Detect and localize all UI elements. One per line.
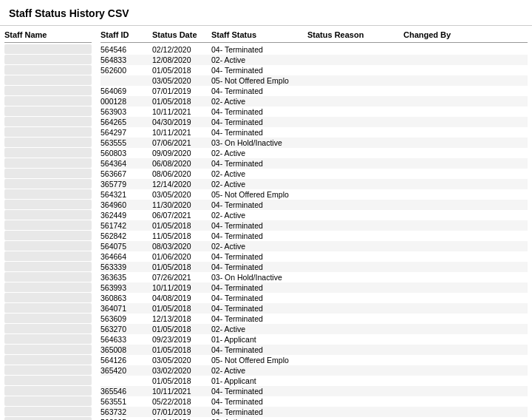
table-row: 56399310/11/201904- Terminated — [100, 282, 528, 293]
table-row: 56333901/05/201804- Terminated — [100, 262, 528, 272]
cell-changed_by — [403, 169, 492, 178]
staff-name-cell — [4, 376, 92, 385]
cell-status_date: 06/08/2020 — [152, 159, 211, 168]
cell-status_date: 03/05/2020 — [152, 190, 211, 199]
cell-status_reason — [307, 304, 403, 313]
cell-staff_status: 04- Terminated — [211, 221, 307, 230]
cell-status_reason — [307, 200, 403, 209]
cell-status_date: 01/05/2018 — [152, 221, 211, 230]
staff-name-header: Staff Name — [4, 29, 92, 43]
staff-name-cell — [4, 179, 92, 189]
cell-changed_by — [403, 200, 492, 209]
cell-changed_by — [403, 45, 492, 54]
staff-name-cell — [4, 44, 92, 54]
cell-staff_status: 04- Terminated — [211, 87, 307, 95]
cell-staff_status: 04- Terminated — [211, 314, 307, 323]
cell-staff_id: 564069 — [100, 87, 152, 95]
cell-status_reason — [307, 314, 403, 323]
cell-staff_id: 365546 — [100, 387, 152, 396]
cell-status_reason — [307, 190, 403, 199]
cell-staff_status: 01- Applicant — [211, 335, 307, 344]
cell-status_date: 04/30/2019 — [152, 118, 211, 126]
table-row: 56366708/06/202002- Active — [100, 169, 528, 179]
table-row: 36407101/05/201804- Terminated — [100, 303, 528, 314]
cell-staff_id: 365420 — [100, 366, 152, 375]
table-row: 36244906/07/202102- Active — [100, 210, 528, 220]
staff-name-cell — [4, 55, 92, 64]
cell-changed_by — [403, 304, 492, 313]
cell-status_reason — [307, 294, 403, 302]
table-row: 56463309/23/201901- Applicant — [100, 334, 528, 345]
cell-status_reason — [307, 325, 403, 333]
cell-staff_id: 563667 — [100, 169, 152, 178]
col-header-staff-id: Staff ID — [100, 30, 152, 39]
staff-name-cell — [4, 365, 92, 375]
cell-staff_id: 364071 — [100, 304, 152, 313]
cell-staff_status: 04- Terminated — [211, 45, 307, 54]
cell-status_date: 01/05/2018 — [152, 304, 211, 313]
cell-status_date: 01/05/2018 — [152, 376, 211, 385]
cell-status_reason — [307, 45, 403, 54]
cell-status_reason — [307, 252, 403, 261]
cell-status_date: 07/26/2021 — [152, 273, 211, 282]
cell-status_date: 01/05/2018 — [152, 262, 211, 271]
table-row: 00012801/05/201802- Active — [100, 96, 528, 106]
cell-staff_status: 01- Applicant — [211, 376, 307, 385]
page-title: Staff Status History CSV — [0, 0, 532, 26]
cell-staff_id: 563609 — [100, 314, 152, 323]
staff-name-cell — [4, 303, 92, 313]
staff-name-cell — [4, 138, 92, 147]
staff-name-cell — [4, 158, 92, 168]
staff-name-cell — [4, 86, 92, 95]
table-row: 56174201/05/201804- Terminated — [100, 220, 528, 231]
cell-staff_id: 365779 — [100, 180, 152, 189]
cell-staff_status: 04- Terminated — [211, 252, 307, 261]
cell-status_reason — [307, 345, 403, 354]
cell-staff_id: 564833 — [100, 55, 152, 64]
cell-status_date: 11/30/2020 — [152, 200, 211, 209]
cell-staff_id: 364960 — [100, 200, 152, 209]
cell-staff_id — [100, 76, 152, 85]
table-row: 56454602/12/202004- Terminated — [100, 44, 528, 55]
cell-staff_status: 04- Terminated — [211, 397, 307, 406]
cell-status_reason — [307, 76, 403, 85]
cell-staff_status: 04- Terminated — [211, 231, 307, 240]
cell-staff_status: 05- Not Offered Emplo — [211, 190, 307, 199]
cell-changed_by — [403, 107, 492, 116]
cell-status_date: 06/07/2021 — [152, 211, 211, 220]
cell-status_reason — [307, 87, 403, 95]
cell-changed_by — [403, 221, 492, 230]
cell-changed_by — [403, 366, 492, 375]
staff-name-cell — [4, 200, 92, 209]
staff-name-cell — [4, 345, 92, 354]
cell-staff_id: 363635 — [100, 273, 152, 282]
staff-name-cell — [4, 324, 92, 333]
table-row: 56390310/11/202104- Terminated — [100, 106, 528, 117]
table-row: 03/05/202005- Not Offered Emplo — [100, 75, 528, 86]
cell-staff_id: 365008 — [100, 345, 152, 354]
staff-name-cell — [4, 210, 92, 220]
cell-staff_id — [100, 376, 152, 385]
cell-status_date: 07/06/2021 — [152, 138, 211, 147]
cell-staff_status: 02- Active — [211, 211, 307, 220]
cell-changed_by — [403, 118, 492, 126]
cell-staff_status: 05- Not Offered Emplo — [211, 356, 307, 365]
cell-changed_by — [403, 190, 492, 199]
cell-staff_status: 04- Terminated — [211, 407, 307, 416]
cell-staff_id: 563732 — [100, 407, 152, 416]
staff-name-cell — [4, 407, 92, 416]
cell-status_reason — [307, 231, 403, 240]
table-row: 56355507/06/202103- On Hold/Inactive — [100, 138, 528, 148]
cell-staff_status: 04- Terminated — [211, 345, 307, 354]
staff-name-cell — [4, 386, 92, 396]
cell-status_date: 03/05/2020 — [152, 76, 211, 85]
cell-status_reason — [307, 118, 403, 126]
staff-name-cell — [4, 355, 92, 365]
cell-status_reason — [307, 55, 403, 64]
cell-status_date: 03/02/2020 — [152, 366, 211, 375]
cell-changed_by — [403, 376, 492, 385]
staff-name-cell — [4, 106, 92, 116]
col-header-status-date: Status Date — [152, 30, 211, 39]
cell-changed_by — [403, 262, 492, 271]
table-row: 36542003/02/202002- Active — [100, 365, 528, 376]
